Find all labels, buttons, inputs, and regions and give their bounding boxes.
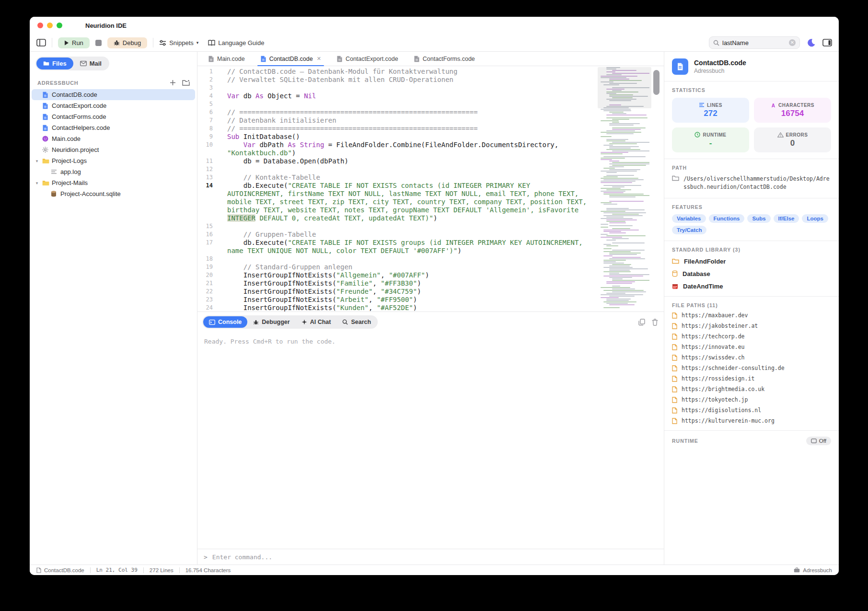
editor-tab-main-code[interactable]: Main.code [200, 52, 253, 66]
add-file-icon[interactable] [169, 79, 176, 86]
minimize-window-button[interactable] [47, 23, 53, 28]
filepath-link[interactable]: https://techcorp.de [672, 334, 831, 340]
line-number: 8 [197, 125, 220, 133]
console-tab-ai-chat[interactable]: AI Chat [296, 316, 337, 328]
code-line[interactable]: 12 [197, 165, 592, 173]
copy-output-icon[interactable] [638, 319, 645, 326]
scrollbar-thumb[interactable] [653, 70, 660, 95]
debug-button[interactable]: Debug [107, 37, 147, 48]
minimap-viewport[interactable] [598, 67, 651, 108]
tree-item-main-code[interactable]: Main.code [32, 133, 195, 144]
code-line[interactable]: 13 // Kontakte-Tabelle [197, 173, 592, 182]
dark-mode-toggle[interactable] [807, 38, 816, 47]
code-line[interactable]: 10 Var dbPath As String = FileAndFolder.… [197, 141, 592, 149]
code-line[interactable]: mobile TEXT, street TEXT, zip TEXT, city… [197, 198, 592, 206]
code-line[interactable]: 16 // Gruppen-Tabelle [197, 231, 592, 239]
code-editor[interactable]: 1// ContactDB.code — Datenbank-Modul für… [197, 66, 664, 311]
tree-item-contacthelpers-code[interactable]: ContactHelpers.code [32, 122, 195, 133]
code-line[interactable]: 18 [197, 255, 592, 263]
code-line[interactable]: 21 InsertGroupIfNotExists("Familie", "#F… [197, 279, 592, 288]
filepath-link[interactable]: https://swissdev.ch [672, 355, 831, 361]
run-button[interactable]: Run [58, 37, 90, 48]
filepath-link[interactable]: https://jakobsteiner.at [672, 323, 831, 329]
filepaths-header: FILE PATHS (11) [672, 302, 831, 308]
runtime-toggle[interactable]: Off [806, 437, 831, 445]
code-line[interactable]: 1// ContactDB.code — Datenbank-Modul für… [197, 68, 592, 76]
filepath-link[interactable]: https://tokyotech.jp [672, 397, 831, 403]
chevron-down-icon[interactable]: ▾ [34, 159, 40, 163]
code-line[interactable]: 9Sub InitDatabase() [197, 133, 592, 141]
snippets-menu[interactable]: Snippets ▾ [159, 39, 198, 46]
console-tab-debugger[interactable]: Debugger [247, 316, 295, 328]
console-tab-switcher: ConsoleDebuggerAI ChatSearch [202, 315, 378, 329]
database-brown-icon [51, 191, 57, 197]
tree-item-neuridion-project[interactable]: Neuridion.project [32, 144, 195, 155]
right-panel-toggle[interactable] [822, 39, 832, 46]
filepath-link[interactable]: https://kulturverein-muc.org [672, 418, 831, 424]
code-line[interactable]: INTEGER DEFAULT 0, createdAt TEXT, updat… [197, 214, 592, 222]
tree-item-contactdb-code[interactable]: ContactDB.code [32, 89, 195, 100]
database-orange-icon [672, 270, 678, 277]
filepath-link[interactable]: https://digisolutions.nl [672, 407, 831, 414]
tree-item-project-account-sqlite[interactable]: Project-Account.sqlite [32, 188, 195, 199]
code-line[interactable]: 23 InsertGroupIfNotExists("Arbeit", "#FF… [197, 296, 592, 304]
code-line[interactable]: "Kontaktbuch.db") [197, 149, 592, 157]
tree-item-project-logs[interactable]: ▾Project-Logs [32, 155, 195, 166]
chevron-down-icon: ▾ [197, 40, 199, 45]
console-tab-search[interactable]: Search [336, 316, 377, 328]
code-line[interactable]: 3 [197, 84, 592, 92]
code-line[interactable]: 19 // Standard-Gruppen anlegen [197, 263, 592, 271]
editor-tab-contactexport-code[interactable]: ContactExport.code [329, 52, 406, 66]
clear-search-icon[interactable]: ✕ [789, 39, 796, 46]
chevron-down-icon[interactable]: ▾ [34, 181, 40, 185]
filepath-link[interactable]: https://maxbauer.dev [672, 312, 831, 319]
code-line[interactable]: 5 [197, 100, 592, 108]
code-line[interactable]: 14 db.Execute("CREATE TABLE IF NOT EXIST… [197, 182, 592, 190]
tree-item-project-mails[interactable]: ▾Project-Mails [32, 177, 195, 188]
editor-tab-contactdb-code[interactable]: ContactDB.code✕ [253, 52, 329, 66]
tree-item-contactforms-code[interactable]: ContactForms.code [32, 111, 195, 122]
tree-item-contactexport-code[interactable]: ContactExport.code [32, 100, 195, 111]
code-text: InsertGroupIfNotExists("Arbeit", "#FF950… [220, 296, 417, 304]
line-number [197, 206, 220, 214]
code-line[interactable]: 8// ====================================… [197, 125, 592, 133]
sidebar-tab-files[interactable]: Files [36, 58, 73, 69]
code-line[interactable]: 20 InsertGroupIfNotExists("Allgemein", "… [197, 271, 592, 279]
code-line[interactable]: 4Var db As Object = Nil [197, 92, 592, 100]
line-number: 4 [197, 92, 220, 100]
filepath-link[interactable]: https://rossidesign.it [672, 376, 831, 382]
close-window-button[interactable] [37, 23, 43, 28]
sidebar-tab-mail[interactable]: Mail [73, 58, 108, 69]
code-line[interactable]: 15 [197, 222, 592, 231]
filepath-url: https://maxbauer.dev [682, 312, 748, 319]
toolbar-divider [153, 38, 153, 47]
sidebar-toggle-icon[interactable] [36, 39, 46, 46]
editor-scrollbar[interactable] [653, 69, 660, 309]
code-line[interactable]: AUTOINCREMENT, firstName TEXT NOT NULL, … [197, 190, 592, 198]
command-input[interactable]: > Enter command... [197, 549, 664, 565]
project-section-label: ADRESSBUCH [37, 80, 79, 86]
search-input[interactable]: lastName ✕ [709, 36, 800, 49]
language-guide-button[interactable]: Language Guide [208, 39, 264, 46]
clear-console-icon[interactable] [652, 319, 658, 326]
zoom-window-button[interactable] [57, 23, 62, 28]
stop-button[interactable] [95, 40, 102, 46]
filepath-link[interactable]: https://brightmedia.co.uk [672, 386, 831, 392]
close-tab-icon[interactable]: ✕ [317, 56, 321, 62]
code-line[interactable]: birthday TEXT, website TEXT, notes TEXT,… [197, 206, 592, 214]
prompt-glyph: > [204, 553, 208, 561]
code-line[interactable]: 2// Verwaltet SQLite-Datenbank mit allen… [197, 76, 592, 84]
code-line[interactable]: 11 db = Database.Open(dbPath) [197, 157, 592, 165]
code-line[interactable]: 6// ====================================… [197, 108, 592, 116]
code-line[interactable]: 7// Datenbank initialisieren [197, 116, 592, 125]
code-line[interactable]: 17 db.Execute("CREATE TABLE IF NOT EXIST… [197, 239, 592, 247]
console-tab-console[interactable]: Console [203, 316, 247, 328]
new-folder-icon[interactable] [182, 79, 190, 86]
editor-tab-contactforms-code[interactable]: ContactForms.code [406, 52, 483, 66]
code-line[interactable]: 24 InsertGroupIfNotExists("Kunden", "#AF… [197, 304, 592, 311]
code-line[interactable]: name TEXT UNIQUE NOT NULL, color TEXT DE… [197, 247, 592, 255]
tree-item-app-log[interactable]: app.log [32, 166, 195, 177]
filepath-link[interactable]: https://innovate.eu [672, 344, 831, 350]
code-line[interactable]: 22 InsertGroupIfNotExists("Freunde", "#3… [197, 288, 592, 296]
filepath-link[interactable]: https://schneider-consulting.de [672, 365, 831, 371]
